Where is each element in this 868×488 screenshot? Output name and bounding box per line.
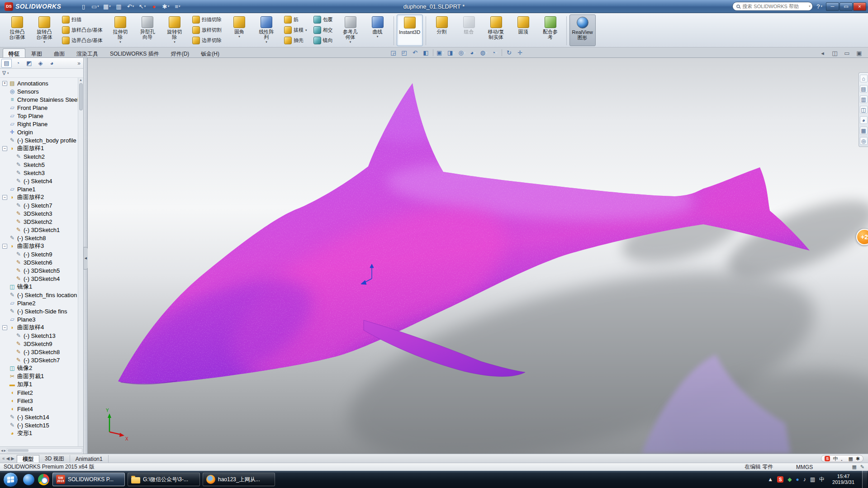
options-button[interactable]: ✱▾ — [161, 2, 171, 11]
file-explorer-tab[interactable]: ▥ — [860, 95, 868, 103]
document-tab-2[interactable]: Animation1 — [70, 455, 109, 463]
tree-item[interactable]: −◗曲面放样3 — [1, 242, 78, 250]
tree-item[interactable]: ✂曲面剪裁1 — [1, 372, 78, 380]
tree-item[interactable]: ▱Front Plane — [1, 104, 78, 112]
tree-item[interactable]: −◗曲面放样1 — [1, 144, 78, 152]
ribbon-boundary-button[interactable]: 边界凸台/基体 — [60, 35, 104, 45]
open-button[interactable]: ▭▾ — [90, 2, 100, 11]
ribbon-intersect-button[interactable]: 相交 — [312, 25, 335, 35]
appearances-scenes-tab[interactable]: ◕ — [860, 116, 868, 124]
status-keyboard-icon[interactable]: ▦ — [852, 464, 856, 470]
ribbon-mirror-button[interactable]: 镜向 — [312, 35, 335, 45]
tree-item[interactable]: ✎(-) 3DSketch5 — [1, 266, 78, 275]
prev-tab-icon[interactable]: ◀ — [6, 456, 10, 461]
solidworks-resources-tab[interactable]: ⌂ — [860, 75, 868, 82]
ime-language-indicator[interactable]: 中 — [819, 476, 825, 483]
tree-item[interactable]: ✎3DSketch9 — [1, 340, 78, 348]
collapse-icon[interactable]: − — [2, 146, 7, 151]
panel-overflow-chevron[interactable]: » — [77, 60, 82, 66]
ribbon-boundary-cut-button[interactable]: 边界切除 — [190, 35, 223, 45]
zoom-to-area-button[interactable]: ◰ — [399, 48, 409, 57]
tree-item[interactable]: ✎(-) Sketch8 — [1, 234, 78, 242]
command-tab-3[interactable]: 渲染工具 — [71, 48, 104, 57]
scroll-thumb[interactable] — [79, 83, 83, 110]
chrome-quicklaunch-icon[interactable] — [38, 474, 49, 485]
tree-item[interactable]: ◫镜像2 — [1, 364, 78, 372]
tree-item[interactable]: ◖Fillet4 — [1, 405, 78, 413]
previous-view-button[interactable]: ↶ — [410, 48, 420, 57]
tree-item[interactable]: ▱Plane1 — [1, 185, 78, 193]
tree-item[interactable]: ▱Top Plane — [1, 112, 78, 120]
command-tab-1[interactable]: 草图 — [25, 48, 48, 57]
volume-icon[interactable]: ♪ — [803, 476, 806, 483]
tree-item[interactable]: ✎(-) Sketch_fins location — [1, 291, 78, 299]
tree-item[interactable]: ✎(-) 3DSketch7 — [1, 356, 78, 364]
ime-punctuation[interactable]: 。 — [840, 455, 845, 462]
command-tab-2[interactable]: 曲面 — [48, 48, 71, 57]
tree-item[interactable]: ▱Plane3 — [1, 315, 78, 323]
ribbon-mate-reference-button[interactable]: 配合参 考 — [537, 14, 564, 46]
next-tab-icon[interactable]: ▶ — [11, 456, 14, 461]
taskbar-button-firefox[interactable]: hao123_上网从... — [203, 473, 275, 486]
view-palette-tab[interactable]: ◫ — [860, 106, 868, 114]
hide-show-items-button[interactable]: ◎▾ — [457, 48, 467, 57]
ime-settings[interactable]: ✱ — [856, 456, 860, 462]
tree-item[interactable]: ▬加厚1 — [1, 380, 78, 389]
propertymanager-tab[interactable]: ◔ — [13, 59, 23, 68]
tray-expand-icon[interactable]: ▲ — [768, 476, 773, 483]
ribbon-hole-wizard-button[interactable]: 异型孔 向导 — [134, 14, 161, 46]
tree-vertical-scrollbar[interactable]: ▴ — [78, 78, 83, 446]
first-tab-icon[interactable]: « — [2, 456, 5, 461]
search-input[interactable] — [742, 4, 806, 9]
close-button[interactable]: × — [853, 2, 866, 11]
ribbon-instant3d-button[interactable]: Instant3D — [397, 14, 423, 46]
expand-icon[interactable]: + — [2, 81, 7, 86]
ribbon-curves-button[interactable]: 曲线▾ — [365, 14, 391, 46]
tree-horizontal-scrollbar[interactable]: ◂ ▸ — [0, 446, 83, 454]
select-arrow-button[interactable]: ↖▾ — [137, 2, 147, 11]
ribbon-fillet-button[interactable]: 圆角▾ — [226, 14, 252, 46]
ribbon-reference-geometry-button[interactable]: 参考几 何体▾ — [337, 14, 364, 46]
expand-menu-button[interactable]: ≡▾ — [172, 2, 182, 11]
apply-scene-button[interactable]: ◍▾ — [479, 48, 489, 57]
rotate-view-button[interactable]: ↻ — [504, 48, 514, 57]
ribbon-move-copy-button[interactable]: 移动/复 制实体 — [483, 14, 509, 46]
display-style-button[interactable]: ◨▾ — [446, 48, 456, 57]
ribbon-extrude-boss-button[interactable]: 拉伸凸 台/基体 — [4, 14, 30, 46]
taskbar-clock[interactable]: 15:47 2019/3/31 — [829, 474, 858, 485]
collapse-ribbon-button[interactable]: ◂ — [817, 49, 828, 57]
undo-button[interactable]: ↶▾ — [125, 2, 135, 11]
filter-funnel-icon[interactable]: ∇ — [2, 70, 6, 76]
taskbar-button-folder[interactable]: G:\微信公众号\3-... — [128, 473, 200, 486]
section-view-button[interactable]: ◧ — [421, 48, 431, 57]
show-desktop-button[interactable] — [862, 471, 867, 488]
security-shield-icon[interactable]: ◆ — [787, 476, 792, 483]
zoom-to-fit-button[interactable]: ◲ — [388, 48, 398, 57]
collapse-icon[interactable]: − — [2, 325, 7, 330]
document-tab-0[interactable]: 模型 — [17, 455, 39, 463]
tree-item[interactable]: ◕变形1 — [1, 429, 78, 437]
save-button[interactable]: ▦▾ — [102, 2, 112, 11]
tree-item[interactable]: ✎(-) Sketch9 — [1, 250, 78, 258]
scroll-thumb[interactable] — [8, 449, 28, 452]
ribbon-wrap-button[interactable]: 包覆 — [312, 14, 335, 24]
forum-tab[interactable]: ◎ — [860, 137, 868, 145]
ime-keyboard[interactable]: ▦ — [848, 456, 853, 462]
design-library-tab[interactable]: ▤ — [860, 85, 868, 93]
ribbon-split-button[interactable]: 分割 — [429, 14, 455, 46]
tree-item[interactable]: ◖Fillet2 — [1, 389, 78, 397]
custom-properties-tab[interactable]: ▦ — [860, 127, 868, 134]
tree-item[interactable]: −◗曲面放样2 — [1, 193, 78, 201]
pan-view-button[interactable]: ✛ — [515, 48, 525, 57]
tree-item[interactable]: ✎(-) Sketch7 — [1, 201, 78, 209]
scroll-left-icon[interactable]: ◂ — [1, 448, 3, 453]
tree-item[interactable]: ✎(-) Sketch15 — [1, 421, 78, 429]
taskbar-button-solidworks[interactable]: SW2015SOLIDWORKS P... — [52, 473, 125, 486]
tree-item[interactable]: ✎3DSketch3 — [1, 209, 78, 218]
ribbon-revolve-boss-button[interactable]: 旋转凸 台/基体▾ — [31, 14, 57, 46]
tree-item[interactable]: ✎Sketch2 — [1, 152, 78, 161]
tree-item[interactable]: ◎Sensors — [1, 87, 78, 95]
featuremanager-tree-tab[interactable]: ▤ — [1, 59, 12, 68]
units-indicator[interactable]: MMGS — [796, 464, 813, 470]
collapse-icon[interactable]: − — [2, 244, 7, 249]
